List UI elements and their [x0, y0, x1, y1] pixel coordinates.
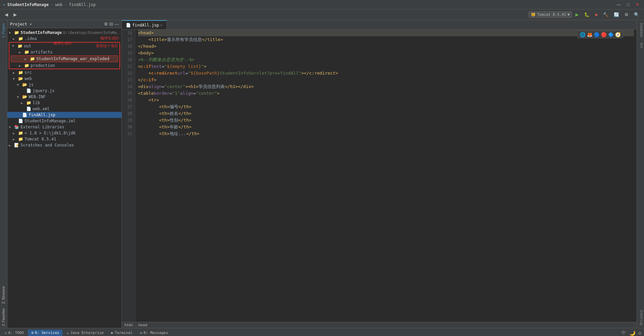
project-panel: Project ▾ ⚙ ⊟ — ▼ 📁 StudentInfoManage D:… — [7, 20, 122, 328]
code-line-21: <c:if test="${empty list}"> — [138, 63, 634, 70]
breadcrumb-bar: html › head — [122, 322, 637, 328]
breadcrumb-head[interactable]: head — [138, 323, 147, 327]
minimize-button[interactable]: — — [614, 1, 623, 8]
browser-icons-bar: 🌐 🦊 🔵 🔴 🔷 🧭 — [577, 31, 623, 38]
debug-button[interactable]: 🐛 — [582, 11, 592, 18]
left-vertical-tabs: 1: Project Z: Structure 2: Favorites — [0, 20, 7, 328]
tree-findall[interactable]: 📄 findAll.jsp — [7, 112, 121, 118]
code-area: 16 17 18 19 20 21 22 23 24 25 26 27 28 2… — [122, 30, 637, 322]
jquery-label: jquery.js — [33, 88, 55, 93]
tree-jdk[interactable]: ▶ 📁 < 1.8 > E:\jdk1.8\jdk — [7, 130, 121, 136]
project-collapse-button[interactable]: ⊟ — [109, 22, 113, 27]
forward-button[interactable]: ▶ — [11, 11, 19, 18]
separator-2: › — [65, 2, 67, 7]
tab-todo[interactable]: ☑ 6: TODO — [1, 330, 27, 336]
tree-js[interactable]: ▼ 📂 js — [7, 82, 121, 88]
js-label: js — [29, 82, 33, 87]
code-line-24: <div align="center"><h1>学员信息列表</h1></div… — [138, 83, 634, 90]
run-button[interactable]: ▶ — [573, 11, 581, 18]
ie-icon[interactable]: 🔷 — [608, 32, 614, 37]
project-minimize-button[interactable]: — — [114, 22, 119, 27]
tree-webxml[interactable]: 📄 web.xml — [7, 106, 121, 112]
code-line-20: <%--判断集合是否为空--%> — [138, 56, 634, 63]
editor-content[interactable]: 🌐 🦊 🔵 🔴 🔷 🧭 16 17 18 19 20 21 22 23 24 — [122, 30, 637, 322]
app-icon: ✦ — [3, 2, 5, 7]
ime-indicator: 中 — [620, 330, 628, 336]
services-icon: ⚙ — [31, 331, 34, 335]
jdk-icon: 📁 — [18, 131, 23, 135]
editor-tabs: 📄 findAll.jsp ✕ — [122, 20, 637, 30]
artifacts-icon: 📁 — [24, 50, 29, 54]
src-label: src — [25, 70, 32, 75]
tree-jquery[interactable]: 📄 jquery.js — [7, 88, 121, 94]
chrome-icon[interactable]: 🌐 — [580, 32, 585, 37]
tree-root[interactable]: ▼ 📁 StudentInfoManage D:\Desktop\Student… — [7, 30, 121, 36]
code-line-17: <title>显示所有学员信息</title> — [138, 36, 634, 43]
tab-messages[interactable]: ✉ 0: Messages — [137, 330, 171, 336]
tree-extlib[interactable]: ▼ 📚 External Libraries — [7, 124, 121, 130]
tree-iml[interactable]: 📄 StudentInfoManage.iml — [7, 118, 121, 124]
tree-war-exploded[interactable]: ▶ 📁 StudentInfoManage_war_exploded — [11, 55, 118, 62]
search-button[interactable]: 🔍 — [632, 11, 641, 18]
code-line-23: </c:if> — [138, 77, 634, 83]
iml-icon: 📄 — [18, 119, 23, 123]
tree-src[interactable]: ▶ 📁 src — [7, 70, 121, 76]
edge-icon[interactable]: 🔵 — [594, 32, 600, 37]
stop-button[interactable]: ■ — [593, 11, 600, 18]
tree-lib[interactable]: ▶ 📁 lib — [7, 100, 121, 106]
tree-artifacts[interactable]: ▶ 📁 artifacts — [9, 49, 119, 55]
terminal-label: Terminal — [115, 331, 133, 335]
code-line-16: <head> — [138, 30, 634, 36]
tab-terminal[interactable]: ▶ Terminal — [108, 330, 136, 336]
webinf-label: WEB-INF — [29, 94, 46, 99]
breadcrumb-html[interactable]: html — [124, 323, 134, 327]
annotation-copy: 复制这个项目 — [96, 43, 118, 48]
settings-button[interactable]: ⚙ — [622, 11, 631, 18]
opera-icon[interactable]: 🔴 — [601, 32, 607, 37]
tomcat-dropdown[interactable]: 🐱 Tomcat 8.5.41 ▼ — [529, 11, 572, 18]
code-line-19: <body> — [138, 50, 634, 56]
eventlog-tab[interactable]: Event Log — [637, 307, 644, 328]
todo-label: 6: TODO — [8, 331, 24, 335]
build-button[interactable]: 🔨 — [601, 11, 610, 18]
maximize-button[interactable]: □ — [625, 1, 632, 8]
editor-tab-findall[interactable]: 📄 findAll.jsp ✕ — [122, 20, 167, 29]
tab-close-button[interactable]: ✕ — [160, 23, 162, 27]
tab-services[interactable]: ⚙ 8: Services — [28, 330, 63, 336]
sync-button[interactable]: 🔄 — [612, 11, 621, 18]
project-settings-button[interactable]: ⚙ — [104, 22, 108, 27]
jquery-icon: 📄 — [26, 88, 31, 93]
iml-label: StudentInfoManage.iml — [25, 119, 76, 123]
tree-tomcat-lib[interactable]: ▶ 📁 Tomcat 8.5.41 — [7, 136, 121, 142]
tree-production[interactable]: ▶ 📁 production — [9, 62, 119, 69]
project-title: Project ▾ — [10, 22, 32, 27]
findall-label: findAll.jsp — [29, 113, 55, 117]
structure-tab[interactable]: Z: Structure — [1, 284, 6, 306]
favorites-tab[interactable]: 2: Favorites — [1, 306, 6, 328]
web-icon: 📂 — [18, 76, 23, 81]
code-line-18: </head> — [138, 43, 634, 50]
safari-icon[interactable]: 🧭 — [615, 32, 621, 37]
folder-icon: 📁 — [14, 30, 19, 35]
messages-label: 0: Messages — [144, 331, 168, 335]
back-button[interactable]: ◀ — [3, 11, 10, 18]
tree-scratches[interactable]: ▶ 📝 Scratches and Consoles — [7, 142, 121, 148]
tree-webinf[interactable]: ▼ 📂 WEB-INF — [7, 94, 121, 100]
tree-web[interactable]: ▼ 📂 web — [7, 76, 121, 82]
ant-tab[interactable]: Ant — [637, 40, 644, 50]
code-lines[interactable]: <head> <title>显示所有学员信息</title> </head> <… — [135, 30, 637, 322]
tab-java-enterprise[interactable]: ☕ Java Enterprise — [63, 330, 107, 336]
tomcat-version: Tomcat 8.5.41 — [537, 12, 566, 17]
breadcrumb-sep: › — [135, 323, 137, 327]
annotation-compiled: 编译生成的 — [100, 36, 119, 41]
right-sidebar: Database Ant Event Log — [637, 20, 644, 328]
firefox-icon[interactable]: 🦊 — [587, 32, 593, 37]
settings-icon[interactable]: ⚙ — [637, 330, 643, 336]
production-label: production — [31, 63, 55, 68]
annotation-compiled-label: 编译生成的 — [53, 41, 72, 46]
close-button[interactable]: ✕ — [634, 1, 641, 8]
todo-icon: ☑ — [5, 331, 7, 335]
database-tab[interactable]: Database — [637, 20, 644, 40]
project-tab[interactable]: 1: Project — [1, 22, 6, 40]
breadcrumb-file: findAll.jsp — [69, 2, 96, 7]
